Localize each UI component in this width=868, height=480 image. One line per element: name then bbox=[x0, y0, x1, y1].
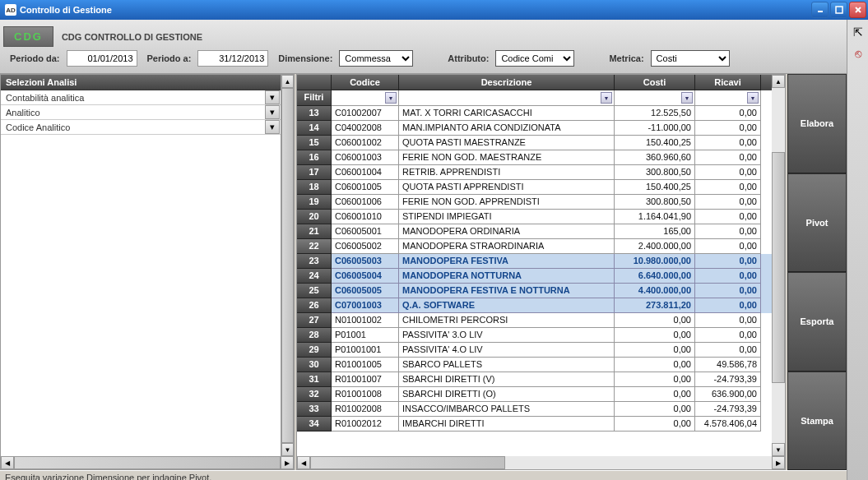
table-row[interactable]: 34R01002012IMBARCHI DIRETTI0,004.578.406… bbox=[297, 417, 772, 432]
left-scrollbar[interactable]: ▲ ▼ bbox=[281, 75, 294, 456]
cell-descrizione[interactable]: MANODOPERA STRAORDINARIA bbox=[399, 239, 615, 254]
chevron-down-icon[interactable]: ▼ bbox=[601, 92, 612, 104]
table-row[interactable]: 24C06005004MANODOPERA NOTTURNA6.640.000,… bbox=[297, 269, 772, 284]
grid-hscroll[interactable]: ◀ ▶ bbox=[297, 456, 785, 469]
cell-descrizione[interactable]: FERIE NON GOD. APPRENDISTI bbox=[399, 195, 615, 210]
cell-ricavi[interactable]: 0,00 bbox=[695, 284, 761, 298]
row-number[interactable]: 24 bbox=[297, 269, 332, 284]
pivot-button[interactable]: Pivot bbox=[787, 173, 847, 273]
cell-costi[interactable]: 150.400,25 bbox=[615, 136, 695, 150]
cell-ricavi[interactable]: 0,00 bbox=[695, 343, 761, 358]
cell-costi[interactable]: 300.800,50 bbox=[615, 195, 695, 210]
row-number[interactable]: 15 bbox=[297, 136, 332, 150]
cell-ricavi[interactable]: 0,00 bbox=[695, 298, 761, 313]
cell-descrizione[interactable]: MAN.IMPIANTO ARIA CONDIZIONATA bbox=[399, 121, 615, 136]
table-row[interactable]: 27N01001002CHILOMETRI PERCORSI0,000,00 bbox=[297, 313, 772, 328]
periodo-da-input[interactable] bbox=[67, 50, 137, 67]
cell-codice[interactable]: R01001005 bbox=[332, 358, 399, 372]
row-number[interactable]: 25 bbox=[297, 284, 332, 298]
cell-ricavi[interactable]: -24.793,39 bbox=[695, 402, 761, 417]
row-number[interactable]: 13 bbox=[297, 106, 332, 121]
cell-descrizione[interactable]: IMBARCHI DIRETTI bbox=[399, 417, 615, 432]
cell-codice[interactable]: C06005001 bbox=[332, 224, 399, 239]
minimize-button[interactable] bbox=[811, 2, 829, 18]
row-number[interactable]: 31 bbox=[297, 372, 332, 387]
row-number[interactable]: 21 bbox=[297, 224, 332, 239]
cell-costi[interactable]: 2.400.000,00 bbox=[615, 239, 695, 254]
cell-codice[interactable]: C06005004 bbox=[332, 269, 399, 284]
cell-costi[interactable]: 273.811,20 bbox=[615, 298, 695, 313]
table-row[interactable]: 15C06001002QUOTA PASTI MAESTRANZE150.400… bbox=[297, 136, 772, 150]
exit-icon[interactable]: ⎋ bbox=[851, 46, 866, 61]
row-number[interactable]: 33 bbox=[297, 402, 332, 417]
cell-costi[interactable]: 10.980.000,00 bbox=[615, 254, 695, 269]
cell-codice[interactable]: N01001002 bbox=[332, 313, 399, 328]
cell-descrizione[interactable]: QUOTA PASTI APPRENDISTI bbox=[399, 180, 615, 195]
cell-costi[interactable]: 4.400.000,00 bbox=[615, 284, 695, 298]
esporta-button[interactable]: Esporta bbox=[787, 272, 847, 372]
left-hscroll[interactable]: ◀ ▶ bbox=[1, 456, 294, 469]
scroll-left-icon[interactable]: ◀ bbox=[1, 456, 14, 469]
table-row[interactable]: 19C06001006FERIE NON GOD. APPRENDISTI300… bbox=[297, 195, 772, 210]
cell-descrizione[interactable]: SBARCHI DIRETTI (O) bbox=[399, 387, 615, 402]
table-row[interactable]: 33R01002008INSACCO/IMBARCO PALLETS0,00-2… bbox=[297, 402, 772, 417]
cell-costi[interactable]: 0,00 bbox=[615, 358, 695, 372]
scroll-right-icon[interactable]: ▶ bbox=[772, 456, 785, 469]
table-row[interactable]: 22C06005002MANODOPERA STRAORDINARIA2.400… bbox=[297, 239, 772, 254]
table-row[interactable]: 25C06005005MANODOPERA FESTIVA E NOTTURNA… bbox=[297, 284, 772, 298]
chevron-down-icon[interactable]: ▾ bbox=[265, 120, 280, 134]
table-row[interactable]: 23C06005003MANODOPERA FESTIVA10.980.000,… bbox=[297, 254, 772, 269]
table-row[interactable]: 17C06001004RETRIB. APPRENDISTI300.800,50… bbox=[297, 165, 772, 180]
cell-costi[interactable]: 0,00 bbox=[615, 402, 695, 417]
cell-codice[interactable]: C06001003 bbox=[332, 150, 399, 165]
cell-ricavi[interactable]: 0,00 bbox=[695, 195, 761, 210]
cell-costi[interactable]: 0,00 bbox=[615, 372, 695, 387]
cell-descrizione[interactable]: MAT. X TORRI CARICASACCHI bbox=[399, 106, 615, 121]
cell-codice[interactable]: R01002008 bbox=[332, 402, 399, 417]
cell-costi[interactable]: 0,00 bbox=[615, 387, 695, 402]
scroll-down-icon[interactable]: ▼ bbox=[772, 443, 785, 456]
row-number[interactable]: 17 bbox=[297, 165, 332, 180]
cell-codice[interactable]: C06005002 bbox=[332, 239, 399, 254]
table-row[interactable]: 20C06001010STIPENDI IMPIEGATI1.164.041,9… bbox=[297, 210, 772, 224]
table-row[interactable]: 29P01001001PASSIVITA' 4.O LIV0,000,00 bbox=[297, 343, 772, 358]
cell-descrizione[interactable]: SBARCO PALLETS bbox=[399, 358, 615, 372]
analysis-row[interactable]: Analitico▾ bbox=[1, 105, 281, 120]
table-row[interactable]: 26C07001003Q.A. SOFTWARE273.811,200,00 bbox=[297, 298, 772, 313]
cell-ricavi[interactable]: 0,00 bbox=[695, 269, 761, 284]
cell-ricavi[interactable]: 0,00 bbox=[695, 165, 761, 180]
chevron-down-icon[interactable]: ▼ bbox=[681, 92, 693, 104]
cell-codice[interactable]: R01001007 bbox=[332, 372, 399, 387]
table-row[interactable]: 16C06001003FERIE NON GOD. MAESTRANZE360.… bbox=[297, 150, 772, 165]
table-row[interactable]: 14C04002008MAN.IMPIANTO ARIA CONDIZIONAT… bbox=[297, 121, 772, 136]
cell-ricavi[interactable]: 0,00 bbox=[695, 328, 761, 343]
cell-descrizione[interactable]: PASSIVITA' 3.O LIV bbox=[399, 328, 615, 343]
scroll-up-icon[interactable]: ▲ bbox=[281, 75, 294, 88]
cell-costi[interactable]: 300.800,50 bbox=[615, 165, 695, 180]
attributo-select[interactable]: Codice Comi bbox=[495, 50, 574, 67]
cell-descrizione[interactable]: STIPENDI IMPIEGATI bbox=[399, 210, 615, 224]
cell-costi[interactable]: 165,00 bbox=[615, 224, 695, 239]
cell-codice[interactable]: C06001005 bbox=[332, 180, 399, 195]
cell-costi[interactable]: 6.640.000,00 bbox=[615, 269, 695, 284]
cell-costi[interactable]: 0,00 bbox=[615, 313, 695, 328]
cell-ricavi[interactable]: 0,00 bbox=[695, 239, 761, 254]
chevron-down-icon[interactable]: ▾ bbox=[265, 105, 280, 119]
row-number[interactable]: 28 bbox=[297, 328, 332, 343]
cell-ricavi[interactable]: 0,00 bbox=[695, 254, 761, 269]
filter-costi[interactable]: ▼ bbox=[615, 90, 695, 106]
cell-costi[interactable]: 0,00 bbox=[615, 417, 695, 432]
cell-codice[interactable]: R01001008 bbox=[332, 387, 399, 402]
row-number[interactable]: 19 bbox=[297, 195, 332, 210]
cell-ricavi[interactable]: 0,00 bbox=[695, 136, 761, 150]
cell-costi[interactable]: 0,00 bbox=[615, 343, 695, 358]
cell-ricavi[interactable]: 0,00 bbox=[695, 106, 761, 121]
cell-costi[interactable]: 1.164.041,90 bbox=[615, 210, 695, 224]
row-number[interactable]: 26 bbox=[297, 298, 332, 313]
elabora-button[interactable]: Elabora bbox=[787, 74, 847, 173]
scroll-left-icon[interactable]: ◀ bbox=[297, 456, 310, 469]
cell-descrizione[interactable]: Q.A. SOFTWARE bbox=[399, 298, 615, 313]
row-number[interactable]: 20 bbox=[297, 210, 332, 224]
table-row[interactable]: 21C06005001MANODOPERA ORDINARIA165,000,0… bbox=[297, 224, 772, 239]
corner-cell[interactable] bbox=[297, 75, 332, 90]
